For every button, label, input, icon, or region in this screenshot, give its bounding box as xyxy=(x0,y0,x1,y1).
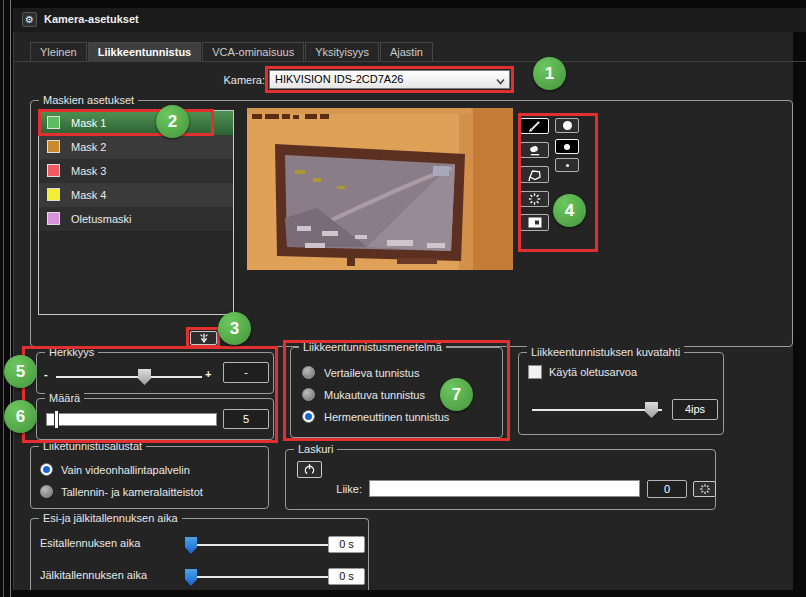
camera-preview[interactable] xyxy=(247,108,513,270)
radio-vertaileva-label[interactable]: Vertaileva tunnistus xyxy=(324,367,419,379)
motion-label: Liike: xyxy=(326,483,362,495)
counter-power-button[interactable] xyxy=(297,461,322,478)
fill-image-icon xyxy=(527,216,543,229)
tab-liikkeentunnistus[interactable]: Liikkeentunnistus xyxy=(88,42,202,62)
mask-color-swatch xyxy=(47,212,60,225)
radio-hermeneuttinen-label[interactable]: Hermeneuttinen tunnistus xyxy=(324,411,449,423)
mask-name: Mask 3 xyxy=(71,159,106,183)
radio-recorder-camera[interactable] xyxy=(40,485,53,498)
brush-large-icon xyxy=(563,121,572,130)
mask-color-swatch xyxy=(47,116,60,129)
framerate-slider-track[interactable] xyxy=(532,409,662,411)
eraser-icon xyxy=(527,144,542,157)
masks-legend: Maskien asetukset xyxy=(39,94,138,106)
gear-icon: ⚙ xyxy=(22,12,37,27)
post-recording-value-field[interactable]: 0 s xyxy=(328,568,365,585)
radio-vms-only[interactable] xyxy=(40,463,53,476)
tab-vca-ominaisuus[interactable]: VCA-ominaisuus xyxy=(202,42,304,62)
sensitivity-legend: Herkkyys xyxy=(45,346,98,358)
lasso-icon xyxy=(527,168,543,182)
annotation-badge-7: 7 xyxy=(440,378,473,411)
eraser-tool-button[interactable] xyxy=(520,142,549,158)
mask-color-swatch xyxy=(47,164,60,177)
camera-settings-screen: ⚙ Kamera-asetukset YleinenLiikkeentunnis… xyxy=(0,0,806,597)
mask-list-item-2[interactable]: Mask 2 xyxy=(39,135,233,159)
brush-medium-icon xyxy=(564,144,570,150)
mask-list-item-default[interactable]: Oletusmaski xyxy=(39,207,233,231)
platforms-groupbox: Liiketunnistusalustat xyxy=(30,446,269,509)
amount-slider-track[interactable] xyxy=(46,413,217,426)
annotation-badge-3: 3 xyxy=(218,312,251,345)
post-recording-label: Jälkitallennuksen aika xyxy=(40,569,147,581)
power-icon xyxy=(303,463,316,476)
framerate-value-field[interactable]: 4ips xyxy=(672,399,718,420)
mask-name: Mask 2 xyxy=(71,135,106,159)
tab-bar: YleinenLiikkeentunnistusVCA-ominaisuusYk… xyxy=(30,42,434,62)
detection-method-legend: Liikkeentunnistusmenetelmä xyxy=(299,341,446,353)
sensitivity-value-field[interactable]: - xyxy=(223,362,269,383)
window-title: Kamera-asetukset xyxy=(44,13,139,25)
annotation-badge-5: 5 xyxy=(4,355,37,388)
desktop-edge-line xyxy=(3,0,4,597)
counter-value-field[interactable]: 0 xyxy=(647,480,687,498)
framerate-groupbox: Liikkeentunnistuksen kuvatahti xyxy=(518,352,724,435)
sensitivity-plus-label[interactable]: + xyxy=(205,368,211,380)
mask-color-swatch xyxy=(47,140,60,153)
brush-size-small-button[interactable] xyxy=(555,158,579,172)
radio-vertaileva[interactable] xyxy=(302,366,315,379)
apply-mask-down-button[interactable] xyxy=(190,331,217,345)
annotation-badge-1: 1 xyxy=(533,57,566,90)
platforms-legend: Liiketunnistusalustat xyxy=(39,440,146,452)
counter-test-button[interactable] xyxy=(693,481,716,497)
camera-dropdown-value: HIKVISION IDS-2CD7A26 xyxy=(275,73,403,85)
pen-icon xyxy=(527,120,542,133)
recording-time-legend: Esi-ja jälkitallennuksen aika xyxy=(39,512,182,524)
mask-name: Oletusmaski xyxy=(71,207,132,231)
lasso-tool-button[interactable] xyxy=(520,166,549,183)
chevron-down-icon xyxy=(495,76,506,87)
window-edge-line xyxy=(10,0,11,597)
radio-hermeneuttinen[interactable] xyxy=(302,410,315,423)
amount-value-field[interactable]: 5 xyxy=(223,409,269,429)
radio-recorder-camera-label[interactable]: Tallennin- ja kameralaitteistot xyxy=(61,486,203,498)
starburst-icon xyxy=(699,483,711,495)
camera-dropdown[interactable]: HIKVISION IDS-2CD7A26 xyxy=(269,70,510,89)
pre-recording-label: Esitallennuksen aika xyxy=(40,537,140,549)
annotation-badge-6: 6 xyxy=(4,400,37,433)
sensitivity-minus-label[interactable]: - xyxy=(44,368,48,380)
sensitivity-slider-track[interactable] xyxy=(56,376,202,378)
clear-mask-button[interactable] xyxy=(520,191,549,207)
annotation-badge-4: 4 xyxy=(553,194,586,227)
mask-name: Mask 1 xyxy=(71,111,106,135)
tab-yksityisyys[interactable]: Yksityisyys xyxy=(305,42,379,62)
tab-ajastin[interactable]: Ajastin xyxy=(380,42,433,62)
radio-mukautuva-label[interactable]: Mukautuva tunnistus xyxy=(324,389,425,401)
camera-label: Kamera: xyxy=(200,74,265,86)
mask-list-item-3[interactable]: Mask 3 xyxy=(39,159,233,183)
use-default-checkbox[interactable] xyxy=(528,365,542,379)
mask-list-item-4[interactable]: Mask 4 xyxy=(39,183,233,207)
framerate-legend: Liikkeentunnistuksen kuvatahti xyxy=(527,346,684,358)
clear-mask-icon xyxy=(527,192,542,206)
down-arrow-icon xyxy=(198,332,210,344)
use-default-label[interactable]: Käytä oletusarvoa xyxy=(549,366,637,378)
motion-level-bar xyxy=(369,480,640,497)
fill-image-button[interactable] xyxy=(520,214,549,231)
pre-recording-value-field[interactable]: 0 s xyxy=(328,536,365,553)
radio-mukautuva[interactable] xyxy=(302,388,315,401)
tab-yleinen[interactable]: Yleinen xyxy=(30,42,87,62)
mask-list: Mask 1 Mask 2 Mask 3 Mask 4 Oletusmaski xyxy=(38,110,234,315)
brush-size-medium-button[interactable] xyxy=(555,139,579,154)
amount-slider-handle[interactable] xyxy=(54,410,59,429)
mask-color-swatch xyxy=(47,188,60,201)
brush-small-icon xyxy=(566,164,569,167)
title-bar: ⚙ Kamera-asetukset xyxy=(13,8,806,32)
counter-legend: Laskuri xyxy=(294,443,337,455)
annotation-badge-2: 2 xyxy=(156,105,189,138)
mask-list-item-1[interactable]: Mask 1 xyxy=(39,111,233,135)
pen-tool-button[interactable] xyxy=(520,118,549,134)
radio-vms-only-label[interactable]: Vain videonhallintapalvelin xyxy=(61,464,190,476)
tab-divider xyxy=(13,61,806,62)
amount-legend: Määrä xyxy=(45,392,84,404)
brush-size-large-button[interactable] xyxy=(555,118,579,133)
